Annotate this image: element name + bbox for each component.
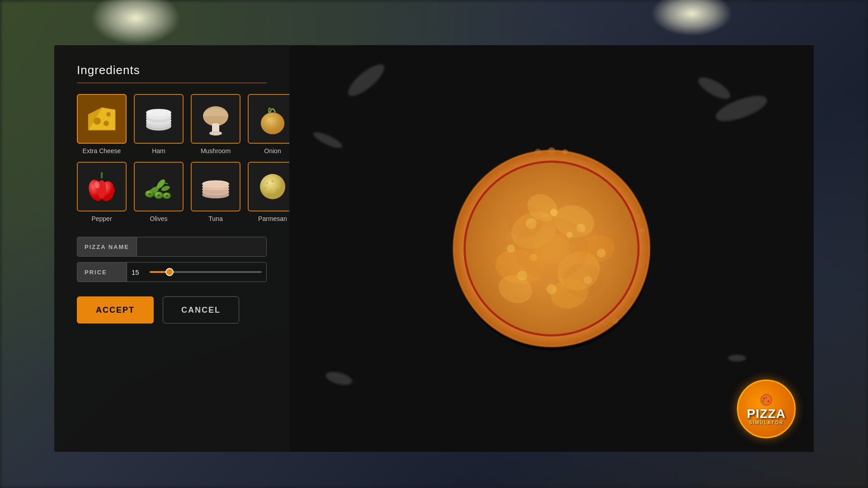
price-slider[interactable] [150, 271, 262, 273]
svg-point-83 [563, 263, 604, 297]
svg-point-78 [547, 284, 557, 294]
ingredient-tuna[interactable]: Tuna [191, 162, 241, 222]
svg-point-45 [276, 189, 278, 192]
svg-point-44 [270, 189, 272, 191]
ingredients-grid: Extra Cheese Ham [77, 94, 267, 222]
ingredient-box-tuna [191, 162, 241, 211]
form-section: PIZZA NAME PRICE 15 [77, 237, 267, 282]
ingredient-label-ham: Ham [152, 147, 165, 155]
game-logo: PIZZA SIMULATOR [737, 380, 796, 438]
cancel-button[interactable]: CANCEL [163, 296, 239, 324]
svg-point-90 [766, 397, 767, 398]
svg-point-41 [272, 180, 274, 183]
svg-point-91 [763, 400, 764, 402]
logo-circle: PIZZA SIMULATOR [737, 380, 796, 438]
flour-5 [728, 355, 746, 361]
svg-point-2 [94, 117, 101, 125]
svg-point-3 [104, 121, 109, 126]
ingredient-label-pepper: Pepper [91, 215, 112, 222]
ingredient-label-mushroom: Mushroom [201, 147, 231, 155]
svg-rect-18 [101, 172, 103, 178]
ingredient-label-extra-cheese: Extra Cheese [83, 147, 121, 155]
svg-point-47 [268, 193, 270, 195]
ingredient-mushroom[interactable]: Mushroom [191, 94, 241, 155]
ingredient-box-pepper [77, 162, 127, 211]
svg-point-46 [280, 186, 282, 188]
pizza-name-row: PIZZA NAME [77, 237, 267, 257]
ingredient-ham[interactable]: Ham [134, 94, 184, 155]
left-panel: Ingredients Extra Cheese [54, 45, 289, 452]
svg-point-77 [507, 244, 515, 253]
logo-text-pizza: PIZZA [747, 408, 786, 420]
ingredient-olives[interactable]: Olives [134, 162, 184, 222]
svg-point-59 [612, 318, 618, 324]
svg-point-89 [768, 400, 769, 402]
buttons-row: ACCEPT CANCEL [77, 296, 267, 324]
svg-point-42 [277, 183, 279, 185]
price-value: 15 [127, 268, 145, 276]
svg-point-76 [597, 249, 606, 258]
logo-text-simulator: SIMULATOR [749, 420, 784, 425]
ingredient-label-onion: Onion [264, 147, 281, 155]
pizza-name-input[interactable] [137, 237, 266, 256]
ingredient-box-ham [134, 94, 184, 144]
ingredient-box-mushroom [191, 94, 241, 144]
ingredient-box-olives [134, 162, 184, 211]
svg-point-52 [548, 147, 555, 155]
svg-point-55 [634, 214, 641, 220]
svg-point-30 [157, 194, 160, 196]
pizza-container [443, 140, 660, 357]
svg-point-56 [640, 228, 644, 233]
svg-point-43 [264, 188, 266, 189]
svg-point-13 [209, 131, 222, 136]
svg-point-4 [106, 112, 111, 117]
pizza-name-label: PIZZA NAME [77, 237, 137, 256]
ceiling-light-left [90, 0, 181, 45]
ingredients-title: Ingredients [77, 63, 267, 83]
right-panel: PIZZA SIMULATOR [289, 45, 814, 452]
svg-point-29 [148, 193, 151, 195]
svg-point-82 [506, 206, 542, 237]
ingredient-label-olives: Olives [150, 215, 168, 222]
price-row: PRICE 15 [77, 262, 267, 282]
price-slider-container [145, 271, 266, 273]
ingredient-pepper[interactable]: Pepper [77, 162, 127, 222]
svg-point-87 [761, 395, 771, 405]
ingredient-label-tuna: Tuna [208, 215, 222, 222]
price-label: PRICE [77, 263, 127, 282]
svg-point-73 [517, 271, 527, 281]
dialog-panel: Ingredients Extra Cheese [54, 45, 814, 452]
accept-button[interactable]: ACCEPT [77, 296, 154, 324]
ingredient-box-extra-cheese [77, 94, 127, 144]
ingredient-extra-cheese[interactable]: Extra Cheese [77, 94, 127, 155]
svg-point-88 [763, 398, 765, 399]
svg-point-40 [266, 182, 268, 184]
svg-point-10 [146, 109, 171, 116]
ceiling-light-right [651, 0, 732, 36]
svg-point-31 [165, 195, 168, 197]
ingredient-label-parmesan: Parmesan [258, 215, 287, 222]
svg-point-75 [550, 209, 557, 216]
svg-point-48 [275, 195, 276, 197]
